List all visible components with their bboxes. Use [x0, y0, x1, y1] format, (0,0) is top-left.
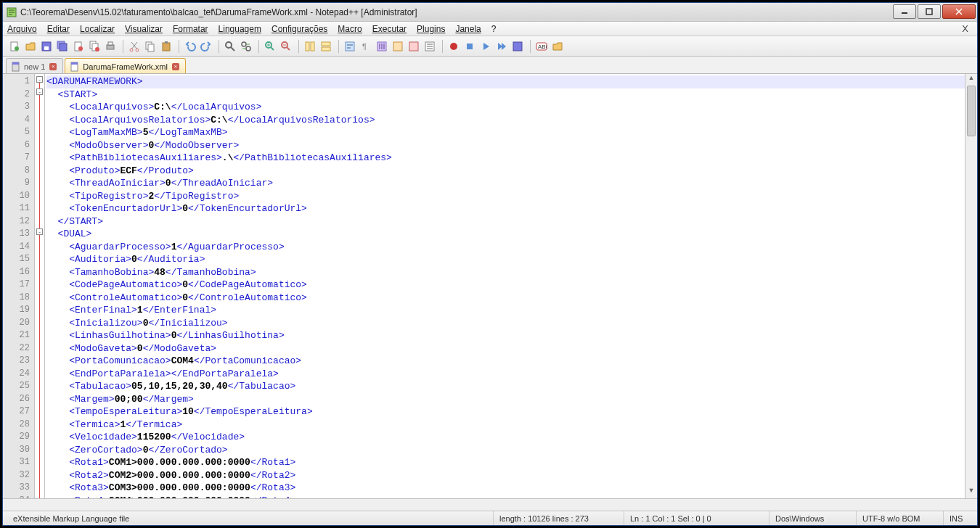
toolbar-separator — [338, 40, 339, 53]
svg-rect-14 — [107, 45, 114, 49]
redo-icon[interactable] — [199, 39, 213, 54]
open-file-icon[interactable] — [23, 39, 38, 54]
menu-localizar[interactable]: Localizar — [80, 24, 115, 34]
svg-rect-38 — [409, 42, 418, 51]
menu-formatar[interactable]: Formatar — [173, 24, 208, 34]
svg-point-4 — [15, 46, 19, 51]
fold-strip: - - - — [35, 74, 45, 498]
svg-rect-30 — [306, 42, 309, 51]
toolbar-separator — [442, 40, 443, 53]
svg-point-13 — [95, 47, 99, 51]
menu-arquivo[interactable]: Arquivo — [7, 24, 37, 34]
toolbar-separator — [530, 40, 531, 53]
svg-rect-19 — [148, 44, 154, 51]
tab-new-1[interactable]: new 1 × — [6, 58, 63, 73]
scroll-down-icon[interactable]: ▼ — [965, 487, 977, 498]
close-all-icon[interactable] — [87, 39, 102, 54]
paste-icon[interactable] — [159, 39, 173, 54]
svg-line-23 — [231, 47, 234, 51]
function-list-icon[interactable] — [422, 39, 437, 54]
replace-icon[interactable] — [239, 39, 253, 54]
svg-point-10 — [78, 46, 83, 51]
spellcheck-icon[interactable]: ABC — [534, 39, 549, 54]
copy-icon[interactable] — [143, 39, 158, 54]
menu-linguagem[interactable]: Linguagem — [219, 24, 261, 34]
menu-visualizar[interactable]: Visualizar — [125, 24, 163, 34]
new-file-icon[interactable] — [7, 39, 22, 54]
stop-macro-icon[interactable] — [462, 39, 477, 54]
folder-icon[interactable] — [550, 39, 565, 54]
horizontal-scrollbar[interactable] — [3, 498, 977, 511]
play-macro-icon[interactable] — [478, 39, 493, 54]
status-eol: Dos\Windows — [769, 511, 857, 525]
menu-plugins[interactable]: Plugins — [417, 24, 445, 34]
save-all-icon[interactable] — [55, 39, 70, 54]
menu-executar[interactable]: Executar — [372, 24, 407, 34]
fold-toggle-icon[interactable]: - — [36, 88, 43, 95]
show-all-chars-icon[interactable]: ¶ — [359, 39, 373, 54]
save-macro-icon[interactable] — [510, 39, 525, 54]
wordwrap-icon[interactable] — [343, 39, 357, 54]
line-number-gutter: 1234567891011121314151617181920212223242… — [3, 74, 35, 498]
svg-rect-37 — [393, 42, 402, 51]
svg-rect-8 — [60, 44, 67, 51]
file-icon — [11, 62, 21, 72]
scrollbar-thumb[interactable] — [967, 86, 976, 136]
maximize-button[interactable] — [918, 4, 941, 19]
svg-point-40 — [450, 43, 457, 50]
svg-rect-2 — [926, 9, 932, 15]
fold-toggle-icon[interactable]: - — [36, 76, 43, 83]
menu-configuracoes[interactable]: Configurações — [271, 24, 327, 34]
vertical-scrollbar[interactable]: ▲ ▼ — [965, 74, 977, 498]
minimize-button[interactable] — [893, 4, 916, 19]
svg-text:¶: ¶ — [362, 42, 367, 51]
titlebar: C:\Teorema\Desenv\15.02\faturamento\balc… — [3, 3, 977, 22]
toolbar-separator — [179, 40, 179, 53]
toolbar-separator — [258, 40, 259, 53]
code-editor[interactable]: <DARUMAFRAMEWORK> <START> <LocalArquivos… — [45, 74, 965, 498]
scroll-up-icon[interactable]: ▲ — [965, 74, 977, 86]
menu-macro[interactable]: Macro — [338, 24, 362, 34]
cut-icon[interactable] — [127, 39, 142, 54]
indent-guide-icon[interactable] — [375, 39, 389, 54]
tab-daruma-xml[interactable]: DarumaFrameWork.xml × — [65, 58, 186, 73]
svg-rect-31 — [311, 42, 314, 51]
close-button[interactable] — [942, 4, 976, 19]
save-icon[interactable] — [39, 39, 54, 54]
svg-rect-41 — [467, 44, 473, 49]
svg-rect-33 — [322, 47, 330, 51]
toolbar-separator — [219, 40, 219, 53]
doc-map-icon[interactable] — [407, 39, 421, 54]
zoom-out-icon[interactable] — [279, 39, 293, 54]
svg-rect-20 — [163, 43, 170, 51]
toolbar: ¶ ABC — [3, 36, 977, 57]
svg-point-24 — [242, 42, 246, 46]
tab-close-icon[interactable]: × — [172, 63, 179, 70]
play-multi-icon[interactable] — [494, 39, 509, 54]
svg-rect-34 — [346, 42, 354, 51]
status-position: Ln : 1 Col : 1 Sel : 0 | 0 — [624, 511, 769, 525]
window-title: C:\Teorema\Desenv\15.02\faturamento\balc… — [20, 7, 893, 17]
close-file-icon[interactable] — [71, 39, 86, 54]
menu-help[interactable]: ? — [491, 24, 497, 34]
svg-text:ABC: ABC — [538, 44, 547, 50]
undo-icon[interactable] — [183, 39, 197, 54]
print-icon[interactable] — [103, 39, 118, 54]
fold-toggle-icon[interactable]: - — [36, 228, 43, 235]
menubar: Arquivo Editar Localizar Visualizar Form… — [3, 22, 977, 36]
zoom-in-icon[interactable] — [263, 39, 277, 54]
svg-point-22 — [226, 42, 232, 48]
editor-area: 1234567891011121314151617181920212223242… — [3, 74, 977, 498]
svg-rect-46 — [12, 62, 19, 65]
mdi-close-button[interactable]: X — [962, 23, 973, 34]
find-icon[interactable] — [223, 39, 237, 54]
svg-rect-6 — [44, 46, 49, 50]
sync-scroll-v-icon[interactable] — [303, 39, 317, 54]
tab-close-icon[interactable]: × — [49, 63, 57, 70]
sync-scroll-h-icon[interactable] — [319, 39, 333, 54]
menu-janela[interactable]: Janela — [455, 24, 481, 34]
menu-editar[interactable]: Editar — [47, 24, 70, 34]
record-macro-icon[interactable] — [446, 39, 461, 54]
user-lang-icon[interactable] — [391, 39, 405, 54]
status-filetype: eXtensible Markup Language file — [7, 511, 494, 525]
